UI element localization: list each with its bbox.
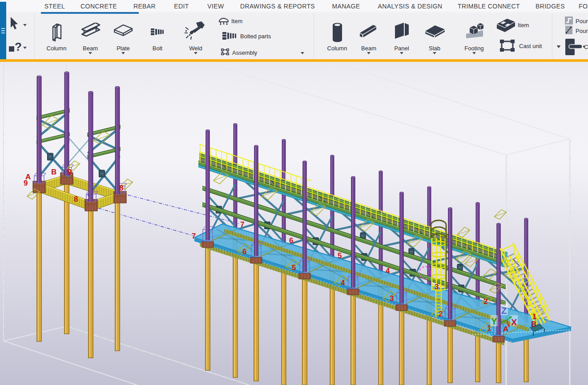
svg-text:2: 2 — [439, 310, 443, 318]
svg-text:9: 9 — [24, 179, 28, 187]
svg-text:5: 5 — [338, 251, 342, 260]
svg-text:Z: Z — [501, 306, 507, 316]
svg-text:6: 6 — [289, 236, 293, 245]
svg-text:?: ? — [15, 41, 22, 53]
svg-text:2: 2 — [483, 297, 487, 306]
svg-text:9: 9 — [68, 168, 72, 176]
svg-text:A: A — [503, 325, 508, 333]
svg-text:6: 6 — [242, 247, 246, 256]
svg-text:B: B — [51, 168, 56, 176]
svg-text:3: 3 — [435, 283, 439, 291]
svg-text:7: 7 — [192, 232, 196, 240]
svg-text:3: 3 — [390, 294, 394, 303]
svg-text:Y: Y — [491, 316, 497, 326]
svg-text:B: B — [531, 320, 536, 328]
svg-text:4: 4 — [386, 267, 390, 275]
svg-text:1: 1 — [487, 324, 491, 332]
svg-text:7: 7 — [240, 220, 244, 229]
svg-text:4: 4 — [341, 279, 345, 287]
svg-text:X: X — [511, 317, 517, 327]
svg-text:5: 5 — [292, 263, 296, 272]
svg-text:8: 8 — [119, 184, 123, 192]
svg-text:8: 8 — [74, 195, 78, 203]
